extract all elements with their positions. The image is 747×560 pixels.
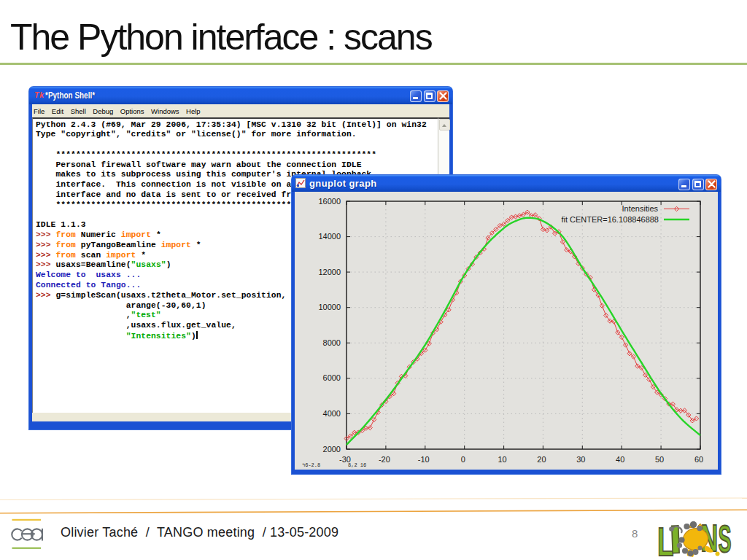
svg-text:8000: 8000 <box>323 338 341 347</box>
svg-text:0: 0 <box>461 455 465 464</box>
svg-text:60: 60 <box>694 455 703 464</box>
svg-text:8,2 16: 8,2 16 <box>348 462 366 468</box>
svg-text:-20: -20 <box>379 455 390 464</box>
svg-text:2000: 2000 <box>323 445 341 454</box>
svg-text:fit CENTER=16.108846888: fit CENTER=16.108846888 <box>561 215 659 224</box>
svg-text:30: 30 <box>576 455 585 464</box>
svg-text:-10: -10 <box>418 455 430 464</box>
svg-text:50: 50 <box>655 455 664 464</box>
svg-text:↰6-2.8: ↰6-2.8 <box>302 462 320 468</box>
svg-text:S: S <box>719 517 732 560</box>
svg-text:20: 20 <box>537 455 546 464</box>
svg-text:10000: 10000 <box>318 303 341 311</box>
svg-text:4000: 4000 <box>323 409 341 418</box>
svg-text:16000: 16000 <box>318 197 341 206</box>
svg-text:6000: 6000 <box>323 373 341 382</box>
svg-text:12000: 12000 <box>318 268 341 276</box>
svg-text:L: L <box>657 518 674 560</box>
svg-text:40: 40 <box>616 455 624 464</box>
svg-text:Intensities: Intensities <box>622 204 658 213</box>
svg-text:14000: 14000 <box>318 232 341 241</box>
svg-text:10: 10 <box>498 455 506 464</box>
